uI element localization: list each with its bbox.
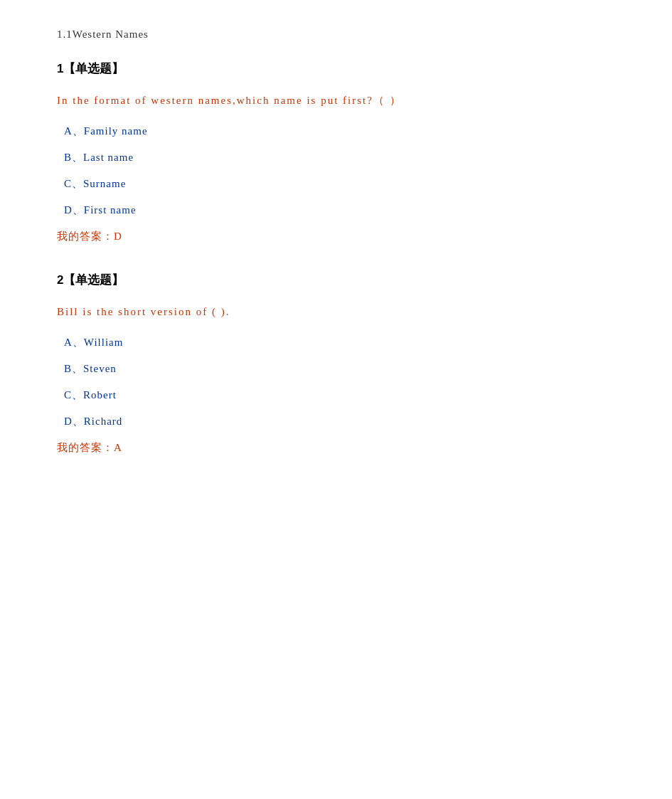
q2-option-c-text: Robert bbox=[83, 389, 117, 401]
my-answer-2-label: 我的答案： bbox=[57, 442, 114, 453]
question-2-my-answer: 我的答案：A bbox=[57, 441, 615, 455]
question-2-type: 【单选题】 bbox=[63, 273, 124, 287]
section-title: 1.1Western Names bbox=[57, 28, 615, 41]
question-1-option-b: B、Last name bbox=[57, 151, 615, 164]
question-1-option-c: C、Surname bbox=[57, 177, 615, 191]
q2-option-d-label: D、 bbox=[64, 416, 84, 427]
question-2-option-d: D、Richard bbox=[57, 415, 615, 428]
q2-option-b-label: B、 bbox=[64, 363, 83, 374]
question-block-1: 1【单选题】 In the format of western names,wh… bbox=[57, 60, 615, 243]
q2-option-b-text: Steven bbox=[83, 363, 117, 374]
question-block-2: 2【单选题】 Bill is the short version of ( ).… bbox=[57, 272, 615, 455]
option-c-label: C、 bbox=[64, 178, 83, 189]
question-1-my-answer: 我的答案：D bbox=[57, 230, 615, 243]
option-a-label: A、 bbox=[64, 125, 84, 137]
question-2-option-a: A、William bbox=[57, 336, 615, 349]
question-1-type: 【单选题】 bbox=[63, 62, 124, 75]
q2-option-a-text: William bbox=[84, 337, 124, 348]
question-1-option-a: A、Family name bbox=[57, 125, 615, 138]
option-b-text: Last name bbox=[83, 152, 134, 163]
question-2-option-b: B、Steven bbox=[57, 362, 615, 376]
question-1-header: 1【单选题】 bbox=[57, 60, 615, 77]
option-d-label: D、 bbox=[64, 204, 84, 216]
q2-option-a-label: A、 bbox=[64, 337, 84, 348]
my-answer-2-value: A bbox=[114, 442, 122, 453]
option-d-text: First name bbox=[84, 204, 137, 216]
question-2-text: Bill is the short version of ( ). bbox=[57, 302, 615, 322]
my-answer-1-value: D bbox=[114, 231, 122, 242]
q2-option-d-text: Richard bbox=[84, 416, 122, 427]
option-b-label: B、 bbox=[64, 152, 83, 163]
question-2-option-c: C、Robert bbox=[57, 388, 615, 402]
my-answer-1-label: 我的答案： bbox=[57, 231, 114, 242]
option-a-text: Family name bbox=[84, 125, 148, 137]
question-1-option-d: D、First name bbox=[57, 203, 615, 217]
option-c-text: Surname bbox=[83, 178, 126, 189]
question-2-header: 2【单选题】 bbox=[57, 272, 615, 288]
question-1-text: In the format of western names,which nam… bbox=[57, 91, 615, 110]
q2-option-c-label: C、 bbox=[64, 389, 83, 401]
